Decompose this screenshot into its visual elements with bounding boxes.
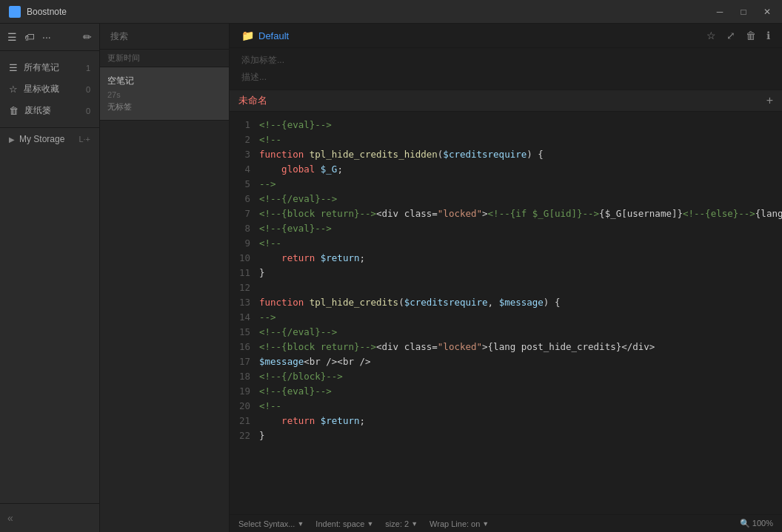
line-number: 22 <box>230 428 259 443</box>
line-number: 14 <box>230 310 259 325</box>
sidebar-icons: ☰ 🏷 ··· <box>7 31 51 43</box>
info-icon[interactable]: ℹ <box>766 30 770 41</box>
main-container: ☰ 🏷 ··· ✏ ☰ 所有笔记 1 ☆ 星标收藏 0 🗑 废纸篓 0 <box>0 24 782 532</box>
zoom-icon: 🔍 <box>740 519 750 528</box>
sidebar-nav: ☰ 所有笔记 1 ☆ 星标收藏 0 🗑 废纸篓 0 <box>0 51 99 127</box>
editor-description[interactable]: 描述... <box>241 71 770 84</box>
code-section: 未命名 + 1<!--{eval}-->2<!--3function tpl_h… <box>230 90 782 514</box>
sidebar-item-label: 废纸篓 <box>24 104 51 117</box>
code-line: 13function tpl_hide_credits($creditsrequ… <box>230 295 782 310</box>
folder-icon: 📁 <box>241 30 254 41</box>
line-number: 5 <box>230 177 259 192</box>
code-line: 18<!--{/block}--> <box>230 369 782 384</box>
line-content: global $_G; <box>259 162 782 177</box>
sidebar-item-label: 所有笔记 <box>24 61 59 74</box>
line-content: --> <box>259 310 782 325</box>
line-number: 19 <box>230 384 259 399</box>
storage-header[interactable]: ▶ My Storage L·+ <box>9 134 90 144</box>
sidebar-storage: ▶ My Storage L·+ <box>0 127 99 150</box>
code-section-header: 未命名 + <box>230 90 782 112</box>
titlebar: Boostnote ─ □ ✕ <box>0 0 782 24</box>
star-action-icon[interactable]: ☆ <box>706 30 716 41</box>
editor-tags[interactable]: 添加标签... <box>241 54 770 67</box>
maximize-button[interactable]: □ <box>738 7 749 17</box>
more-icon[interactable]: ··· <box>42 31 51 43</box>
editor-toolbar-actions: ☆ ⤢ 🗑 ℹ <box>706 30 770 41</box>
delete-icon[interactable]: 🗑 <box>746 30 756 41</box>
note-item-tag: 无标签 <box>107 101 221 112</box>
line-content: } <box>259 266 782 280</box>
code-line: 1<!--{eval}--> <box>230 118 782 132</box>
sidebar-item-starred[interactable]: ☆ 星标收藏 0 <box>0 78 99 100</box>
sidebar-top: ☰ 🏷 ··· ✏ <box>0 24 99 51</box>
line-number: 10 <box>230 251 259 266</box>
storage-actions[interactable]: L·+ <box>78 135 90 144</box>
storage-label: My Storage <box>19 134 64 144</box>
tag-icon[interactable]: 🏷 <box>24 31 35 43</box>
all-notes-count: 1 <box>86 64 90 73</box>
editor-toolbar: 📁 Default ☆ ⤢ 🗑 ℹ <box>230 24 782 48</box>
add-code-section-button[interactable]: + <box>766 94 773 107</box>
all-notes-icon: ☰ <box>9 62 18 73</box>
folder-name: Default <box>258 30 289 41</box>
line-number: 4 <box>230 162 259 177</box>
line-content: <!--{/eval}--> <box>259 192 782 206</box>
line-number: 17 <box>230 354 259 369</box>
line-number: 16 <box>230 340 259 354</box>
notes-sort-bar: 更新时间 <box>100 50 229 67</box>
zoom-level: 🔍 100% <box>740 519 773 528</box>
line-number: 20 <box>230 399 259 414</box>
app-icon <box>9 6 21 18</box>
expand-icon[interactable]: ⤢ <box>726 30 735 41</box>
code-line: 4 global $_G; <box>230 162 782 177</box>
line-content: <!-- <box>259 236 782 251</box>
line-number: 6 <box>230 192 259 206</box>
code-line: 16<!--{block return}--><div class="locke… <box>230 340 782 354</box>
new-note-icon[interactable]: ✏ <box>83 31 92 43</box>
sidebar-collapse[interactable]: « <box>0 503 99 532</box>
line-number: 3 <box>230 147 259 162</box>
line-number: 7 <box>230 206 259 221</box>
code-line: 7<!--{block return}--><div class="locked… <box>230 206 782 221</box>
code-line: 14--> <box>230 310 782 325</box>
note-item[interactable]: 空笔记 27s 无标签 <box>100 67 229 121</box>
code-line: 5--> <box>230 177 782 192</box>
wrap-button[interactable]: Wrap Line: on ▼ <box>430 519 489 528</box>
minimize-button[interactable]: ─ <box>714 7 726 17</box>
line-number: 8 <box>230 221 259 236</box>
sidebar-item-all-notes[interactable]: ☰ 所有笔记 1 <box>0 57 99 78</box>
line-number: 1 <box>230 118 259 132</box>
code-section-title: 未命名 <box>238 94 267 107</box>
notes-panel-header: ⊞ ☰ <box>100 24 229 50</box>
collapse-icon: « <box>7 512 13 524</box>
code-line: 9<!-- <box>230 236 782 251</box>
menu-icon[interactable]: ☰ <box>7 31 17 43</box>
code-line: 17$message<br /><br /> <box>230 354 782 369</box>
close-button[interactable]: ✕ <box>761 7 773 17</box>
indent-button[interactable]: Indent: space ▼ <box>315 519 373 528</box>
line-content: --> <box>259 177 782 192</box>
line-content: function tpl_hide_credits_hidden($credit… <box>259 147 782 162</box>
line-content: <!--{block return}--><div class="locked"… <box>259 340 782 354</box>
sort-label: 更新时间 <box>107 53 140 64</box>
code-editor[interactable]: 1<!--{eval}-->2<!--3function tpl_hide_cr… <box>230 112 782 514</box>
line-content: function tpl_hide_credits($creditsrequir… <box>259 295 782 310</box>
editor-area: 📁 Default ☆ ⤢ 🗑 ℹ 添加标签... 描述... 未命名 + 1< <box>230 24 782 532</box>
code-line: 3function tpl_hide_credits_hidden($credi… <box>230 147 782 162</box>
code-line: 11} <box>230 266 782 280</box>
size-button[interactable]: size: 2 ▼ <box>385 519 418 528</box>
sidebar-item-trash[interactable]: 🗑 废纸篓 0 <box>0 100 99 121</box>
line-content: <!--{eval}--> <box>259 384 782 399</box>
notes-panel: ⊞ ☰ 更新时间 空笔记 27s 无标签 <box>100 24 230 532</box>
line-number: 18 <box>230 369 259 384</box>
code-line: 6<!--{/eval}--> <box>230 192 782 206</box>
code-line: 15<!--{/eval}--> <box>230 325 782 340</box>
statusbar-left: Select Syntax... ▼ Indent: space ▼ size:… <box>238 519 489 528</box>
sidebar-item-label: 星标收藏 <box>24 83 59 95</box>
note-item-time: 27s <box>107 90 221 99</box>
titlebar-left: Boostnote <box>9 6 67 18</box>
code-line: 20<!-- <box>230 399 782 414</box>
trash-count: 0 <box>86 107 90 115</box>
select-syntax-button[interactable]: Select Syntax... ▼ <box>238 519 304 528</box>
search-input[interactable] <box>107 30 224 43</box>
